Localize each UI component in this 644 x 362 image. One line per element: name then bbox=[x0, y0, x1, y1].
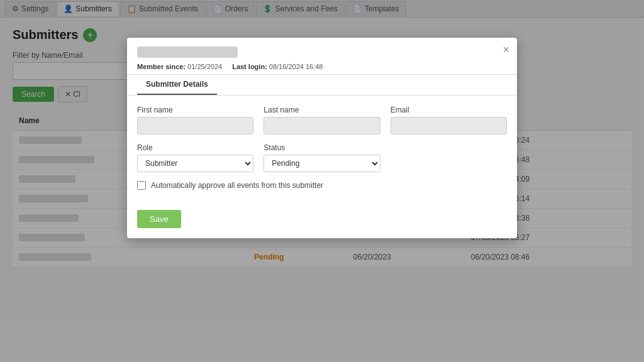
email-group: Email bbox=[391, 106, 507, 134]
email-input[interactable] bbox=[391, 117, 507, 134]
first-name-label: First name bbox=[137, 106, 253, 114]
status-select[interactable]: Active Pending Inactive bbox=[264, 155, 380, 172]
status-label: Status bbox=[264, 143, 380, 152]
submitter-modal: Member since: 01/25/2024 Last login: 08/… bbox=[127, 38, 517, 238]
modal-overlay: Member since: 01/25/2024 Last login: 08/… bbox=[0, 0, 644, 362]
modal-tabs: Submitter Details bbox=[127, 75, 517, 96]
last-login: Last login: 08/16/2024 16:48 bbox=[232, 63, 323, 70]
first-name-group: First name bbox=[137, 106, 253, 134]
last-name-label: Last name bbox=[264, 106, 380, 114]
form-row-role-status: Role Submitter Admin Status Active Pendi… bbox=[137, 143, 507, 172]
first-name-input[interactable] bbox=[137, 117, 253, 134]
auto-approve-checkbox[interactable] bbox=[137, 181, 146, 190]
modal-meta: Member since: 01/25/2024 Last login: 08/… bbox=[137, 63, 507, 70]
auto-approve-label[interactable]: Automatically approve all events from th… bbox=[151, 181, 323, 190]
email-label: Email bbox=[391, 106, 507, 114]
modal-header: Member since: 01/25/2024 Last login: 08/… bbox=[127, 38, 517, 75]
role-select[interactable]: Submitter Admin bbox=[137, 155, 253, 172]
role-label: Role bbox=[137, 143, 253, 152]
form-row-names: First name Last name Email bbox=[137, 106, 507, 134]
member-since: Member since: 01/25/2024 bbox=[137, 63, 222, 70]
modal-close-button[interactable]: × bbox=[502, 44, 509, 55]
modal-user-name-blurred bbox=[137, 47, 238, 58]
empty-group bbox=[391, 143, 507, 172]
status-group: Status Active Pending Inactive bbox=[264, 143, 380, 172]
last-name-input[interactable] bbox=[264, 117, 380, 134]
last-name-group: Last name bbox=[264, 106, 380, 134]
save-button[interactable]: Save bbox=[137, 210, 181, 228]
auto-approve-row: Automatically approve all events from th… bbox=[137, 181, 507, 190]
role-group: Role Submitter Admin bbox=[137, 143, 253, 172]
modal-footer: Save bbox=[127, 210, 517, 238]
tab-submitter-details[interactable]: Submitter Details bbox=[137, 75, 217, 95]
modal-body: First name Last name Email Role Submitte… bbox=[127, 96, 517, 210]
